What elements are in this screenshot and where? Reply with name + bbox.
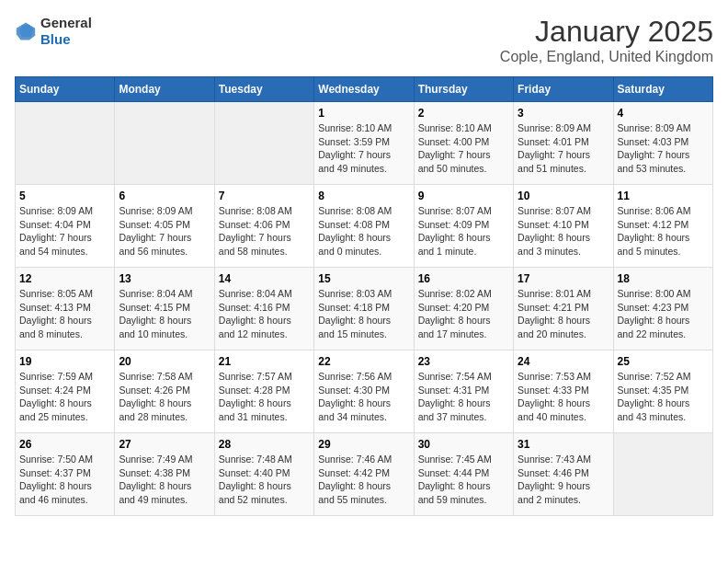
day-info: Sunrise: 7:52 AM Sunset: 4:35 PM Dayligh… <box>618 370 709 424</box>
day-number: 20 <box>119 355 210 368</box>
day-number: 28 <box>219 438 310 451</box>
calendar-cell: 1Sunrise: 8:10 AM Sunset: 3:59 PM Daylig… <box>314 102 414 185</box>
day-number: 10 <box>518 190 609 202</box>
calendar-cell: 25Sunrise: 7:52 AM Sunset: 4:35 PM Dayli… <box>613 350 712 433</box>
calendar-cell: 2Sunrise: 8:10 AM Sunset: 4:00 PM Daylig… <box>414 102 513 185</box>
calendar-week-row: 26Sunrise: 7:50 AM Sunset: 4:37 PM Dayli… <box>16 433 713 516</box>
day-info: Sunrise: 7:56 AM Sunset: 4:30 PM Dayligh… <box>318 370 409 424</box>
calendar-cell: 15Sunrise: 8:03 AM Sunset: 4:18 PM Dayli… <box>314 268 414 350</box>
day-info: Sunrise: 7:49 AM Sunset: 4:38 PM Dayligh… <box>119 453 210 507</box>
calendar-cell: 4Sunrise: 8:09 AM Sunset: 4:03 PM Daylig… <box>613 102 712 185</box>
day-info: Sunrise: 7:59 AM Sunset: 4:24 PM Dayligh… <box>19 370 110 424</box>
calendar-cell: 23Sunrise: 7:54 AM Sunset: 4:31 PM Dayli… <box>414 350 513 433</box>
calendar-week-row: 5Sunrise: 8:09 AM Sunset: 4:04 PM Daylig… <box>16 185 713 268</box>
logo-icon <box>15 21 37 41</box>
calendar-cell: 11Sunrise: 8:06 AM Sunset: 4:12 PM Dayli… <box>613 185 712 268</box>
day-info: Sunrise: 8:09 AM Sunset: 4:01 PM Dayligh… <box>518 121 609 176</box>
day-info: Sunrise: 8:04 AM Sunset: 4:15 PM Dayligh… <box>119 287 210 341</box>
calendar-cell: 13Sunrise: 8:04 AM Sunset: 4:15 PM Dayli… <box>115 268 214 350</box>
day-number: 5 <box>19 190 110 202</box>
day-info: Sunrise: 8:07 AM Sunset: 4:09 PM Dayligh… <box>418 204 509 259</box>
logo: General Blue <box>15 15 92 48</box>
calendar-cell: 26Sunrise: 7:50 AM Sunset: 4:37 PM Dayli… <box>16 433 115 516</box>
day-info: Sunrise: 8:04 AM Sunset: 4:16 PM Dayligh… <box>219 287 310 341</box>
day-info: Sunrise: 8:00 AM Sunset: 4:23 PM Dayligh… <box>618 287 709 341</box>
calendar-cell: 17Sunrise: 8:01 AM Sunset: 4:21 PM Dayli… <box>514 268 613 350</box>
calendar-cell: 21Sunrise: 7:57 AM Sunset: 4:28 PM Dayli… <box>214 350 313 433</box>
day-number: 12 <box>19 272 110 285</box>
day-info: Sunrise: 8:06 AM Sunset: 4:12 PM Dayligh… <box>618 204 709 259</box>
day-number: 13 <box>119 272 210 285</box>
calendar-cell: 27Sunrise: 7:49 AM Sunset: 4:38 PM Dayli… <box>115 433 214 516</box>
day-header-friday: Friday <box>514 77 613 102</box>
calendar-cell: 14Sunrise: 8:04 AM Sunset: 4:16 PM Dayli… <box>214 268 313 350</box>
day-info: Sunrise: 8:09 AM Sunset: 4:04 PM Dayligh… <box>19 204 110 259</box>
calendar-cell: 10Sunrise: 8:07 AM Sunset: 4:10 PM Dayli… <box>514 185 613 268</box>
calendar-cell: 18Sunrise: 8:00 AM Sunset: 4:23 PM Dayli… <box>613 268 712 350</box>
day-info: Sunrise: 7:43 AM Sunset: 4:46 PM Dayligh… <box>518 453 609 507</box>
day-info: Sunrise: 8:03 AM Sunset: 4:18 PM Dayligh… <box>318 287 409 341</box>
calendar-cell: 31Sunrise: 7:43 AM Sunset: 4:46 PM Dayli… <box>514 433 613 516</box>
day-header-wednesday: Wednesday <box>314 77 414 102</box>
day-number: 14 <box>219 272 310 285</box>
day-header-monday: Monday <box>115 77 214 102</box>
calendar-cell: 7Sunrise: 8:08 AM Sunset: 4:06 PM Daylig… <box>214 185 313 268</box>
day-info: Sunrise: 8:08 AM Sunset: 4:06 PM Dayligh… <box>219 204 310 259</box>
calendar-cell <box>214 102 313 185</box>
day-info: Sunrise: 8:10 AM Sunset: 4:00 PM Dayligh… <box>418 121 509 176</box>
day-number: 17 <box>518 272 609 285</box>
logo-blue-text: Blue <box>40 31 71 47</box>
day-number: 24 <box>518 355 609 368</box>
calendar-week-row: 19Sunrise: 7:59 AM Sunset: 4:24 PM Dayli… <box>16 350 713 433</box>
day-number: 7 <box>219 190 310 202</box>
day-header-thursday: Thursday <box>414 77 513 102</box>
day-info: Sunrise: 8:01 AM Sunset: 4:21 PM Dayligh… <box>518 287 609 341</box>
logo-general-text: General <box>40 15 92 30</box>
day-number: 3 <box>518 107 609 120</box>
day-number: 22 <box>318 355 409 368</box>
day-number: 16 <box>418 272 509 285</box>
calendar-header-row: SundayMondayTuesdayWednesdayThursdayFrid… <box>16 77 713 102</box>
calendar-cell: 8Sunrise: 8:08 AM Sunset: 4:08 PM Daylig… <box>314 185 414 268</box>
calendar-cell: 5Sunrise: 8:09 AM Sunset: 4:04 PM Daylig… <box>16 185 115 268</box>
day-number: 29 <box>318 438 409 451</box>
calendar-cell: 29Sunrise: 7:46 AM Sunset: 4:42 PM Dayli… <box>314 433 414 516</box>
day-info: Sunrise: 7:46 AM Sunset: 4:42 PM Dayligh… <box>318 453 409 507</box>
day-info: Sunrise: 7:54 AM Sunset: 4:31 PM Dayligh… <box>418 370 509 424</box>
day-number: 9 <box>418 190 509 202</box>
day-info: Sunrise: 7:58 AM Sunset: 4:26 PM Dayligh… <box>119 370 210 424</box>
day-number: 8 <box>318 190 409 202</box>
day-number: 15 <box>318 272 409 285</box>
calendar-cell: 22Sunrise: 7:56 AM Sunset: 4:30 PM Dayli… <box>314 350 414 433</box>
calendar-cell <box>613 433 712 516</box>
day-number: 2 <box>418 107 509 120</box>
day-number: 23 <box>418 355 509 368</box>
calendar-cell: 19Sunrise: 7:59 AM Sunset: 4:24 PM Dayli… <box>16 350 115 433</box>
day-header-saturday: Saturday <box>613 77 712 102</box>
calendar-table: SundayMondayTuesdayWednesdayThursdayFrid… <box>15 76 713 516</box>
day-info: Sunrise: 7:48 AM Sunset: 4:40 PM Dayligh… <box>219 453 310 507</box>
calendar-cell: 3Sunrise: 8:09 AM Sunset: 4:01 PM Daylig… <box>514 102 613 185</box>
day-info: Sunrise: 8:05 AM Sunset: 4:13 PM Dayligh… <box>19 287 110 341</box>
calendar-cell: 16Sunrise: 8:02 AM Sunset: 4:20 PM Dayli… <box>414 268 513 350</box>
day-info: Sunrise: 8:09 AM Sunset: 4:05 PM Dayligh… <box>119 204 210 259</box>
calendar-cell: 28Sunrise: 7:48 AM Sunset: 4:40 PM Dayli… <box>214 433 313 516</box>
calendar-cell: 20Sunrise: 7:58 AM Sunset: 4:26 PM Dayli… <box>115 350 214 433</box>
day-header-sunday: Sunday <box>16 77 115 102</box>
day-number: 27 <box>119 438 210 451</box>
day-number: 21 <box>219 355 310 368</box>
day-info: Sunrise: 7:53 AM Sunset: 4:33 PM Dayligh… <box>518 370 609 424</box>
day-info: Sunrise: 7:45 AM Sunset: 4:44 PM Dayligh… <box>418 453 509 507</box>
day-number: 18 <box>618 272 709 285</box>
day-number: 30 <box>418 438 509 451</box>
calendar-cell: 30Sunrise: 7:45 AM Sunset: 4:44 PM Dayli… <box>414 433 513 516</box>
title-block: January 2025 Cople, England, United King… <box>500 15 713 65</box>
calendar-cell <box>115 102 214 185</box>
day-number: 26 <box>19 438 110 451</box>
subtitle: Cople, England, United Kingdom <box>500 49 713 65</box>
calendar-week-row: 1Sunrise: 8:10 AM Sunset: 3:59 PM Daylig… <box>16 102 713 185</box>
main-title: January 2025 <box>500 15 713 49</box>
day-number: 11 <box>618 190 709 202</box>
page-header: General Blue January 2025 Cople, England… <box>15 15 713 65</box>
day-number: 25 <box>618 355 709 368</box>
